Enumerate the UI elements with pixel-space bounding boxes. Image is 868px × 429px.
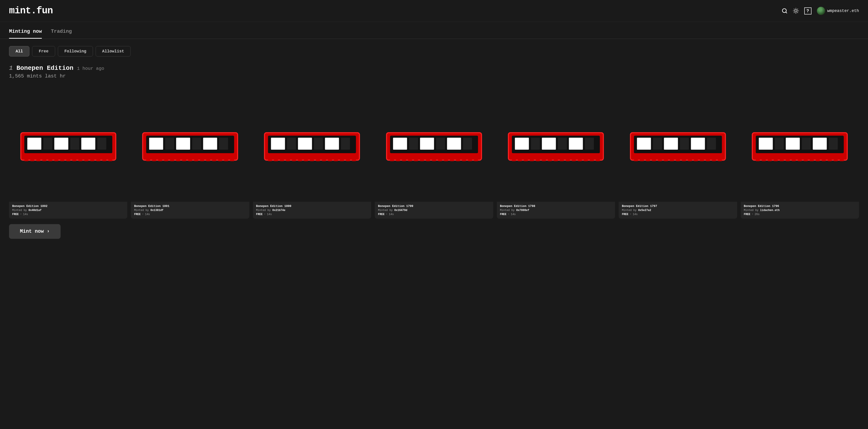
svg-rect-101 xyxy=(468,157,472,161)
minter-address: lidachen.eth xyxy=(760,209,780,212)
svg-rect-95 xyxy=(432,157,436,161)
svg-rect-168 xyxy=(822,157,826,161)
svg-rect-96 xyxy=(438,157,442,161)
svg-rect-140 xyxy=(670,157,674,161)
svg-rect-93 xyxy=(420,157,424,161)
tab-minting-now[interactable]: Minting now xyxy=(9,29,42,39)
svg-rect-50 xyxy=(194,157,198,161)
nft-price: FREE xyxy=(134,213,141,216)
mint-now-button[interactable]: Mint now › xyxy=(9,224,61,239)
svg-rect-154 xyxy=(802,138,811,150)
svg-rect-99 xyxy=(456,157,460,161)
bonepen-pixel-art xyxy=(500,87,612,198)
nft-time: 14s xyxy=(23,213,28,216)
tab-trading[interactable]: Trading xyxy=(51,29,72,39)
theme-toggle-icon[interactable] xyxy=(793,8,799,14)
filter-free[interactable]: Free xyxy=(32,46,55,57)
nft-card[interactable]: Bonepen Edition 1797 Minted by 0x5e27a2 … xyxy=(619,84,737,219)
nft-card[interactable]: Bonepen Edition 1800 Minted by 0x21b74e … xyxy=(253,84,371,219)
collection-name[interactable]: Bonepen Edition xyxy=(17,65,73,72)
minter-address: 0x16479d xyxy=(394,209,407,212)
nft-minted-by: Minted by 0x16479d xyxy=(378,209,490,212)
nft-price-row: FREE • 14s xyxy=(378,213,490,216)
nft-price: FREE xyxy=(500,213,506,216)
svg-rect-70 xyxy=(298,157,302,161)
collection-bonepen: 1 Bonepen Edition 1 hour ago 1,565 mints… xyxy=(9,65,859,239)
nft-minted-by: Minted by 0x5e27a2 xyxy=(622,209,734,212)
collection-stats: 1,565 mints last hr xyxy=(9,73,859,79)
svg-rect-19 xyxy=(24,157,28,161)
svg-rect-146 xyxy=(706,157,710,161)
svg-line-10 xyxy=(797,9,798,9)
svg-rect-79 xyxy=(352,157,356,161)
svg-rect-105 xyxy=(515,138,529,150)
collection-rank: 1 xyxy=(9,65,13,72)
nft-card[interactable]: Bonepen Edition 1802 Minted by 0x40d1af … xyxy=(9,84,127,219)
svg-rect-100 xyxy=(462,157,466,161)
svg-rect-152 xyxy=(775,138,784,150)
filter-following[interactable]: Following xyxy=(58,46,93,57)
svg-rect-156 xyxy=(829,138,838,150)
svg-rect-83 xyxy=(409,138,418,150)
svg-rect-137 xyxy=(652,157,656,161)
svg-rect-94 xyxy=(426,157,430,161)
nft-card[interactable]: Bonepen Edition 1801 Minted by 0x1381df … xyxy=(131,84,249,219)
svg-rect-136 xyxy=(646,157,650,161)
svg-rect-117 xyxy=(548,157,552,161)
site-logo[interactable]: mint.fun xyxy=(9,5,53,16)
svg-line-6 xyxy=(797,12,798,13)
svg-rect-25 xyxy=(60,157,64,161)
svg-rect-155 xyxy=(813,138,827,150)
nft-title: Bonepen Edition 1801 xyxy=(134,204,246,208)
nft-image xyxy=(741,84,859,202)
help-icon[interactable]: ? xyxy=(804,7,811,14)
nft-card[interactable]: Bonepen Edition 1798 Minted by 0x7808ef … xyxy=(497,84,615,219)
nft-card[interactable]: Bonepen Edition 1796 Minted by lidachen.… xyxy=(741,84,859,219)
svg-rect-164 xyxy=(798,157,802,161)
svg-rect-60 xyxy=(287,138,296,150)
bonepen-pixel-art xyxy=(622,87,733,198)
svg-rect-118 xyxy=(554,157,558,161)
svg-rect-114 xyxy=(530,157,534,161)
svg-rect-124 xyxy=(590,157,594,161)
svg-rect-32 xyxy=(102,157,106,161)
avatar xyxy=(817,7,825,15)
nft-price-row: FREE • 14s xyxy=(12,213,124,216)
svg-rect-167 xyxy=(816,157,820,161)
svg-rect-97 xyxy=(444,157,448,161)
nft-price: FREE xyxy=(622,213,628,216)
nft-card[interactable]: Bonepen Edition 1799 Minted by 0x16479d … xyxy=(375,84,493,219)
nft-price-row: FREE • 14s xyxy=(622,213,734,216)
nft-time: 14s xyxy=(511,213,516,216)
nft-info: Bonepen Edition 1801 Minted by 0x1381df … xyxy=(131,202,249,219)
svg-rect-123 xyxy=(584,157,588,161)
filter-all[interactable]: All xyxy=(9,46,29,57)
svg-rect-59 xyxy=(271,138,285,150)
svg-rect-86 xyxy=(447,138,461,150)
svg-rect-47 xyxy=(176,157,180,161)
search-icon[interactable] xyxy=(782,8,787,14)
separator-dot: • xyxy=(20,213,22,216)
user-profile[interactable]: wmpeaster.eth xyxy=(817,7,859,15)
svg-rect-27 xyxy=(72,157,76,161)
svg-rect-119 xyxy=(560,157,564,161)
svg-rect-151 xyxy=(759,138,773,150)
svg-rect-133 xyxy=(707,138,716,150)
minter-address: 0x5e27a2 xyxy=(638,209,651,212)
svg-rect-109 xyxy=(569,138,583,150)
svg-rect-125 xyxy=(596,157,600,161)
nft-price-row: FREE • 14s xyxy=(500,213,612,216)
filter-allowlist[interactable]: Allowlist xyxy=(96,46,131,57)
svg-rect-77 xyxy=(340,157,344,161)
svg-rect-85 xyxy=(436,138,445,150)
nft-minted-by: Minted by lidachen.eth xyxy=(744,209,856,212)
nft-minted-by: Minted by 0x21b74e xyxy=(256,209,368,212)
svg-rect-84 xyxy=(420,138,434,150)
svg-rect-73 xyxy=(316,157,320,161)
svg-rect-68 xyxy=(286,157,290,161)
collection-header: 1 Bonepen Edition 1 hour ago xyxy=(9,65,859,72)
svg-rect-61 xyxy=(298,138,312,150)
nft-info: Bonepen Edition 1798 Minted by 0x7808ef … xyxy=(497,202,615,219)
svg-rect-31 xyxy=(96,157,100,161)
nft-info: Bonepen Edition 1797 Minted by 0x5e27a2 … xyxy=(619,202,737,219)
